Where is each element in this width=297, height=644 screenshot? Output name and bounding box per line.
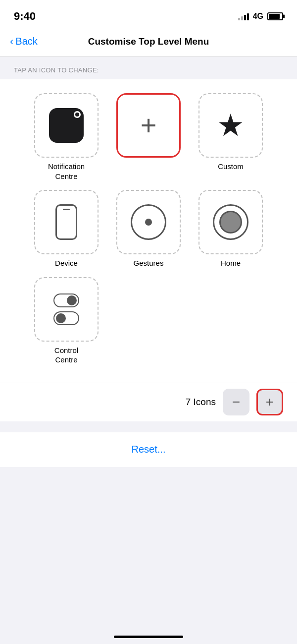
- icon-device[interactable]: [34, 190, 99, 254]
- spacer: [0, 467, 297, 586]
- icon-label-gestures: Gestures: [134, 258, 164, 268]
- icon-gestures[interactable]: [116, 190, 181, 254]
- icon-control-centre[interactable]: [34, 277, 99, 342]
- icon-cell-control-centre: ControlCentre: [30, 277, 103, 365]
- icon-notification-centre[interactable]: [34, 93, 99, 158]
- home-inner-ring: [219, 211, 242, 234]
- icon-add-slot[interactable]: +: [116, 93, 181, 158]
- icon-cell-custom: ★ Custom: [194, 93, 267, 181]
- icon-label-control-centre: ControlCentre: [54, 346, 78, 365]
- gestures-icon: [131, 204, 166, 240]
- home-icon: [213, 204, 248, 240]
- gestures-dot: [145, 219, 152, 226]
- toggle-off: [53, 311, 79, 325]
- nav-bar: ‹ Back Customise Top Level Menu: [0, 27, 297, 57]
- icon-cell-notification-centre: NotificationCentre: [30, 93, 103, 181]
- section-header-text: TAP AN ICON TO CHANGE:: [14, 66, 99, 74]
- battery-icon: [267, 12, 283, 20]
- icon-custom[interactable]: ★: [198, 93, 263, 158]
- bottom-bar: 7 Icons − +: [0, 383, 297, 421]
- icon-cell-gestures: Gestures: [112, 190, 185, 268]
- icon-label-custom: Custom: [218, 162, 244, 172]
- status-bar: 9:40 4G: [0, 0, 297, 27]
- notification-centre-icon: [49, 108, 84, 143]
- section-header: TAP AN ICON TO CHANGE:: [0, 57, 297, 79]
- icon-cell-home: Home: [194, 190, 267, 268]
- home-indicator: [114, 636, 183, 638]
- toggle-on: [53, 293, 79, 307]
- reset-button[interactable]: Reset...: [132, 444, 166, 455]
- decrease-icons-button[interactable]: −: [223, 389, 249, 415]
- network-type: 4G: [253, 12, 263, 21]
- icon-label-device: Device: [55, 258, 78, 268]
- icon-label-notification-centre: NotificationCentre: [48, 162, 85, 181]
- icon-cell-device: Device: [30, 190, 103, 268]
- reset-section: Reset...: [0, 432, 297, 467]
- icons-grid: NotificationCentre + ★ Custom Device: [30, 93, 267, 365]
- icon-cell-add-slot: +: [112, 93, 185, 181]
- control-centre-icon: [53, 293, 79, 325]
- star-icon: ★: [217, 110, 245, 141]
- icons-container: NotificationCentre + ★ Custom Device: [0, 79, 297, 383]
- notif-dot: [73, 110, 82, 119]
- icon-label-home: Home: [221, 258, 241, 268]
- icon-home[interactable]: [198, 190, 263, 254]
- icons-count: 7 Icons: [186, 397, 216, 408]
- page-title: Customise Top Level Menu: [10, 36, 287, 47]
- increase-icons-button[interactable]: +: [256, 389, 283, 415]
- device-icon: [55, 204, 77, 240]
- status-time: 9:40: [14, 10, 36, 23]
- status-icons: 4G: [238, 12, 283, 21]
- signal-icon: [238, 12, 249, 20]
- plus-icon: +: [141, 112, 157, 139]
